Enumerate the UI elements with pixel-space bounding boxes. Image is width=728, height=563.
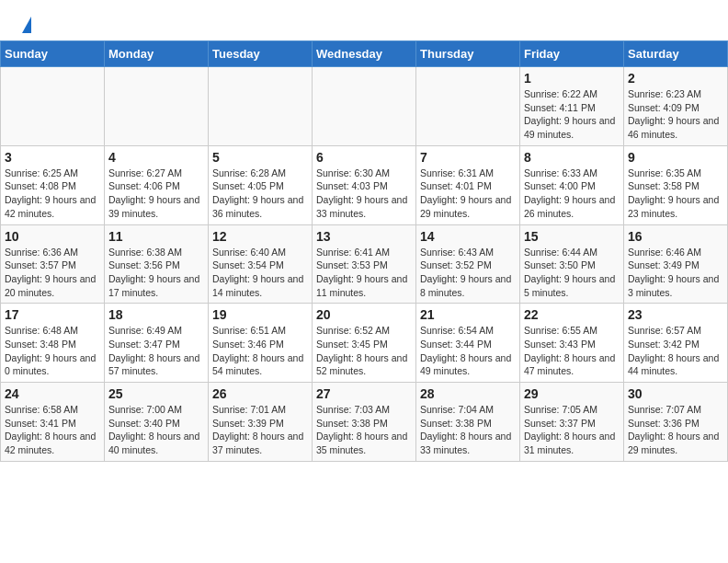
calendar-cell: 29Sunrise: 7:05 AM Sunset: 3:37 PM Dayli… [520,383,624,462]
day-number: 7 [420,150,516,165]
calendar-cell: 17Sunrise: 6:48 AM Sunset: 3:48 PM Dayli… [1,304,105,383]
day-info: Sunrise: 6:52 AM Sunset: 3:45 PM Dayligh… [316,324,412,378]
day-info: Sunrise: 6:31 AM Sunset: 4:01 PM Dayligh… [420,167,516,221]
day-info: Sunrise: 6:36 AM Sunset: 3:57 PM Dayligh… [5,246,100,300]
day-number: 23 [628,307,723,322]
day-info: Sunrise: 6:33 AM Sunset: 4:00 PM Dayligh… [524,167,620,221]
day-number: 30 [628,386,723,401]
day-info: Sunrise: 6:22 AM Sunset: 4:11 PM Dayligh… [524,87,620,142]
weekday-header-wednesday: Wednesday [313,41,416,67]
day-info: Sunrise: 6:44 AM Sunset: 3:50 PM Dayligh… [524,246,620,300]
day-number: 29 [524,386,620,401]
calendar-week-row: 1Sunrise: 6:22 AM Sunset: 4:11 PM Daylig… [1,67,728,146]
day-number: 6 [316,150,412,165]
calendar-cell: 9Sunrise: 6:35 AM Sunset: 3:58 PM Daylig… [624,145,728,224]
day-number: 28 [420,386,516,401]
calendar-week-row: 3Sunrise: 6:25 AM Sunset: 4:08 PM Daylig… [1,145,728,224]
day-number: 24 [5,386,100,401]
day-info: Sunrise: 6:25 AM Sunset: 4:08 PM Dayligh… [5,167,100,221]
day-number: 12 [212,229,308,244]
calendar-cell [313,67,416,146]
weekday-header-friday: Friday [520,41,624,67]
page-header [0,0,728,40]
calendar-cell: 13Sunrise: 6:41 AM Sunset: 3:53 PM Dayli… [313,224,416,304]
day-number: 22 [524,307,620,322]
day-info: Sunrise: 6:48 AM Sunset: 3:48 PM Dayligh… [5,324,100,378]
day-number: 11 [108,229,204,244]
day-info: Sunrise: 6:38 AM Sunset: 3:56 PM Dayligh… [108,246,204,300]
calendar-cell: 23Sunrise: 6:57 AM Sunset: 3:42 PM Dayli… [624,304,728,383]
day-number: 1 [524,71,620,86]
day-info: Sunrise: 6:58 AM Sunset: 3:41 PM Dayligh… [5,403,100,457]
calendar-cell: 5Sunrise: 6:28 AM Sunset: 4:05 PM Daylig… [209,145,313,224]
calendar-cell: 10Sunrise: 6:36 AM Sunset: 3:57 PM Dayli… [1,224,105,304]
day-number: 10 [5,229,100,244]
weekday-header-monday: Monday [105,41,209,67]
day-info: Sunrise: 6:51 AM Sunset: 3:46 PM Dayligh… [212,324,308,378]
calendar-cell: 28Sunrise: 7:04 AM Sunset: 3:38 PM Dayli… [416,383,520,462]
day-number: 13 [316,229,412,244]
weekday-header-saturday: Saturday [624,41,728,67]
calendar-week-row: 10Sunrise: 6:36 AM Sunset: 3:57 PM Dayli… [1,224,728,304]
calendar-cell: 3Sunrise: 6:25 AM Sunset: 4:08 PM Daylig… [1,145,105,224]
day-number: 8 [524,150,620,165]
day-info: Sunrise: 6:57 AM Sunset: 3:42 PM Dayligh… [628,324,723,378]
day-info: Sunrise: 6:54 AM Sunset: 3:44 PM Dayligh… [420,324,516,378]
calendar-cell: 24Sunrise: 6:58 AM Sunset: 3:41 PM Dayli… [1,383,105,462]
weekday-header-tuesday: Tuesday [209,41,313,67]
calendar-cell: 19Sunrise: 6:51 AM Sunset: 3:46 PM Dayli… [209,304,313,383]
calendar-cell: 30Sunrise: 7:07 AM Sunset: 3:36 PM Dayli… [624,383,728,462]
calendar-cell: 11Sunrise: 6:38 AM Sunset: 3:56 PM Dayli… [105,224,209,304]
calendar-cell: 4Sunrise: 6:27 AM Sunset: 4:06 PM Daylig… [105,145,209,224]
calendar-cell: 21Sunrise: 6:54 AM Sunset: 3:44 PM Dayli… [416,304,520,383]
day-info: Sunrise: 6:55 AM Sunset: 3:43 PM Dayligh… [524,324,620,378]
calendar-cell [1,67,105,146]
calendar-cell [209,67,313,146]
day-number: 14 [420,229,516,244]
calendar-week-row: 24Sunrise: 6:58 AM Sunset: 3:41 PM Dayli… [1,383,728,462]
calendar-cell [105,67,209,146]
day-number: 18 [108,307,204,322]
calendar-cell: 14Sunrise: 6:43 AM Sunset: 3:52 PM Dayli… [416,224,520,304]
calendar-cell: 18Sunrise: 6:49 AM Sunset: 3:47 PM Dayli… [105,304,209,383]
day-info: Sunrise: 7:04 AM Sunset: 3:38 PM Dayligh… [420,403,516,457]
weekday-header-thursday: Thursday [416,41,520,67]
calendar-cell: 22Sunrise: 6:55 AM Sunset: 3:43 PM Dayli… [520,304,624,383]
day-number: 15 [524,229,620,244]
day-number: 17 [5,307,100,322]
day-info: Sunrise: 7:00 AM Sunset: 3:40 PM Dayligh… [108,403,204,457]
calendar-cell: 6Sunrise: 6:30 AM Sunset: 4:03 PM Daylig… [313,145,416,224]
day-info: Sunrise: 6:40 AM Sunset: 3:54 PM Dayligh… [212,246,308,300]
day-number: 3 [5,150,100,165]
day-info: Sunrise: 7:07 AM Sunset: 3:36 PM Dayligh… [628,403,723,457]
logo-triangle-icon [22,17,31,33]
calendar-week-row: 17Sunrise: 6:48 AM Sunset: 3:48 PM Dayli… [1,304,728,383]
day-info: Sunrise: 6:35 AM Sunset: 3:58 PM Dayligh… [628,167,723,221]
day-number: 20 [316,307,412,322]
day-number: 25 [108,386,204,401]
calendar-cell: 27Sunrise: 7:03 AM Sunset: 3:38 PM Dayli… [313,383,416,462]
day-number: 16 [628,229,723,244]
weekday-header-sunday: Sunday [1,41,105,67]
calendar-header-row: SundayMondayTuesdayWednesdayThursdayFrid… [1,41,728,67]
calendar-cell: 8Sunrise: 6:33 AM Sunset: 4:00 PM Daylig… [520,145,624,224]
day-number: 9 [628,150,723,165]
calendar-cell: 2Sunrise: 6:23 AM Sunset: 4:09 PM Daylig… [624,67,728,146]
calendar-cell: 1Sunrise: 6:22 AM Sunset: 4:11 PM Daylig… [520,67,624,146]
day-info: Sunrise: 7:03 AM Sunset: 3:38 PM Dayligh… [316,403,412,457]
day-info: Sunrise: 6:46 AM Sunset: 3:49 PM Dayligh… [628,246,723,300]
day-info: Sunrise: 6:23 AM Sunset: 4:09 PM Dayligh… [628,87,723,142]
day-info: Sunrise: 6:28 AM Sunset: 4:05 PM Dayligh… [212,167,308,221]
calendar-table: SundayMondayTuesdayWednesdayThursdayFrid… [0,40,728,462]
logo [18,15,31,33]
day-number: 4 [108,150,204,165]
day-info: Sunrise: 6:41 AM Sunset: 3:53 PM Dayligh… [316,246,412,300]
calendar-cell: 15Sunrise: 6:44 AM Sunset: 3:50 PM Dayli… [520,224,624,304]
calendar-cell: 20Sunrise: 6:52 AM Sunset: 3:45 PM Dayli… [313,304,416,383]
calendar-cell: 12Sunrise: 6:40 AM Sunset: 3:54 PM Dayli… [209,224,313,304]
day-info: Sunrise: 6:43 AM Sunset: 3:52 PM Dayligh… [420,246,516,300]
calendar-cell: 26Sunrise: 7:01 AM Sunset: 3:39 PM Dayli… [209,383,313,462]
day-number: 5 [212,150,308,165]
day-number: 19 [212,307,308,322]
day-info: Sunrise: 7:01 AM Sunset: 3:39 PM Dayligh… [212,403,308,457]
